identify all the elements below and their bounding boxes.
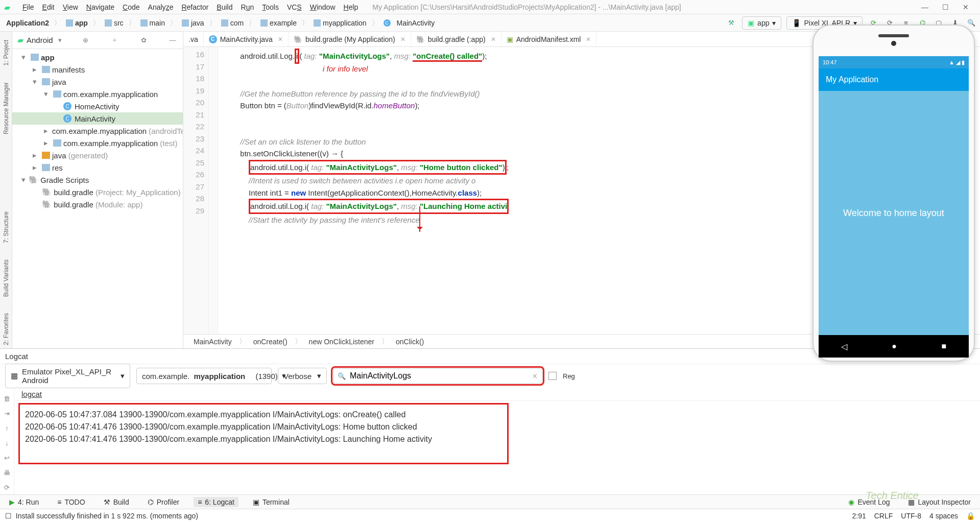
bottom-build[interactable]: ⚒Build [100,497,133,507]
up-icon[interactable]: ↑ [5,424,9,432]
tree-manifests[interactable]: ▸manifests [12,63,183,76]
status-message: Install successfully finished in 1 s 922… [16,512,198,520]
menu-navigate[interactable]: Navigate [82,3,118,11]
tree-build-gradle-project[interactable]: 🐘 build.gradle (Project: My_Application) [12,186,183,198]
collapse-icon[interactable]: ÷ [109,36,119,44]
tab-mainactivity[interactable]: CMainActivity.java✕ [204,32,289,46]
status-indent[interactable]: 4 spaces [929,512,958,520]
menu-code[interactable]: Code [118,3,144,11]
status-lock-icon[interactable]: 🔒 [966,512,975,520]
bottom-profiler[interactable]: ⌬Profiler [144,497,183,507]
tree-build-gradle-module[interactable]: 🐘 build.gradle (Module: app) [12,198,183,210]
tree-main-activity[interactable]: CMainActivity [12,112,183,125]
status-encoding[interactable]: UTF-8 [901,512,921,520]
line-gutter: 1617181920212223242526272829 [183,47,209,334]
crumb-main[interactable]: main [137,18,168,28]
wrap-icon[interactable]: ↩ [4,454,10,462]
window-title: My Application [C:\Users\Harsit\AndroidS… [372,3,915,11]
nav-listener[interactable]: new OnClickListener [309,338,374,346]
menu-build[interactable]: Build [212,3,236,11]
maximize-icon[interactable]: ☐ [935,3,955,11]
tree-pkg-test[interactable]: ▸com.example.myapplication (test) [12,137,183,149]
restart-icon[interactable]: ⟳ [4,484,10,491]
hammer-build-icon[interactable]: ⚒ [726,17,737,29]
tab-close-icon[interactable]: ✕ [278,36,283,43]
tree-app[interactable]: ▾app [12,51,183,63]
crumb-app[interactable]: app [63,18,91,28]
run-config-dropdown[interactable]: ▣app▾ [742,16,781,30]
status-pos[interactable]: 2:91 [852,512,866,520]
project-view-dropdown[interactable]: Android [27,36,53,44]
bottom-logcat[interactable]: ≡6: Logcat [194,497,238,507]
emulator-home-icon[interactable]: ● [892,342,897,351]
bottom-run[interactable]: ▶4: Run [5,497,43,507]
crumb-src[interactable]: src [102,18,127,28]
tree-java-generated[interactable]: ▸java (generated) [12,149,183,161]
print-icon[interactable]: 🖶 [4,469,10,477]
tree-pkg[interactable]: ▾com.example.myapplication [12,88,183,100]
menu-edit[interactable]: Edit [38,3,59,11]
crumb-example[interactable]: example [257,18,300,28]
menu-refactor[interactable]: Refactor [177,3,212,11]
status-crlf[interactable]: CRLF [874,512,893,520]
tree-pkg-androidtest[interactable]: ▸com.example.myapplication (androidTe [12,125,183,137]
nav-onclick[interactable]: onClick() [396,338,424,346]
tab-build-gradle-app[interactable]: 🐘build.gradle (My Application)✕ [289,32,411,46]
tree-res[interactable]: ▸res [12,161,183,174]
emulator-screen[interactable]: 10:47▲ ◢ ▮ My Application Welcome to hom… [819,56,969,358]
menu-analyze[interactable]: Analyze [144,3,178,11]
bottom-terminal[interactable]: ▣Terminal [249,497,294,507]
trash-icon[interactable]: 🗑 [4,395,10,402]
clear-icon[interactable]: ✕ [532,372,538,380]
target-icon[interactable]: ⊕ [81,36,91,44]
gear-icon[interactable]: ✿ [138,36,149,44]
emulator-back-icon[interactable]: ◁ [841,342,847,351]
scroll-end-icon[interactable]: ⇥ [4,410,10,417]
sidetab-project[interactable]: 1: Project [3,37,10,69]
tree-java[interactable]: ▾java [12,76,183,88]
nav-class[interactable]: MainActivity [194,338,232,346]
nav-oncreate[interactable]: onCreate() [253,338,288,346]
annotation-arrow [419,206,420,232]
menu-window[interactable]: Window [306,3,340,11]
menu-run[interactable]: Run [237,3,258,11]
tab-build-gradle-module[interactable]: 🐘build.gradle (:app)✕ [411,32,501,46]
minimize-icon[interactable]: — [915,3,935,11]
tab-close-icon[interactable]: ✕ [586,36,591,43]
log-line: 2020-06-05 10:47:41.476 13900-13900/com.… [25,421,502,433]
menu-tools[interactable]: Tools [258,3,283,11]
logcat-process-dropdown[interactable]: com.example.myapplication (1390)▾ [136,368,272,384]
menu-help[interactable]: Help [340,3,363,11]
menu-vcs[interactable]: VCS [283,3,306,11]
crumb-mainactivity[interactable]: C MainActivity [380,18,438,28]
tab-close-icon[interactable]: ✕ [491,36,496,43]
close-icon[interactable]: ✕ [955,3,976,11]
tree-home-activity[interactable]: CHomeActivity [12,100,183,112]
sidetab-favorites[interactable]: 2: Favorites [3,310,10,348]
down-icon[interactable]: ↓ [5,439,9,447]
crumb-root[interactable]: Application2 [3,18,52,28]
menu-view[interactable]: View [59,3,82,11]
crumb-com[interactable]: com [218,18,247,28]
logcat-output[interactable]: 2020-06-05 10:47:37.084 13900-13900/com.… [18,403,509,464]
menu-file[interactable]: File [18,3,38,11]
logcat-side-tools: 🗑 ⇥ ↑ ↓ ↩ 🖶 ⟳ » [0,388,14,506]
tab-manifest[interactable]: ▣AndroidManifest.xml✕ [501,32,597,46]
logcat-regex-checkbox[interactable] [548,372,557,380]
emulator-recents-icon[interactable]: ■ [942,342,947,351]
emulator-app-bar: My Application [819,68,969,91]
tab-close-icon[interactable]: ✕ [400,36,405,43]
logcat-level-dropdown[interactable]: Verbose▾ [278,368,327,384]
logcat-device-dropdown[interactable]: ▦Emulator Pixel_XL_API_R Android▾ [5,364,130,388]
sidetab-structure[interactable]: 7: Structure [3,208,10,246]
logcat-search-input[interactable]: 🔍✕ [333,368,542,384]
tab-truncated[interactable]: .va [183,32,204,46]
sidetab-build-variants[interactable]: Build Variants [3,256,10,300]
hide-icon[interactable]: — [168,36,178,44]
crumb-java[interactable]: java [179,18,207,28]
bottom-todo[interactable]: ≡TODO [53,497,89,507]
tree-gradle-scripts[interactable]: ▾🐘 Gradle Scripts [12,174,183,186]
crumb-myapplication[interactable]: myapplication [310,18,370,28]
sidetab-resource-manager[interactable]: Resource Manager [3,79,10,137]
log-line: 2020-06-05 10:47:41.476 13900-13900/com.… [25,433,502,445]
